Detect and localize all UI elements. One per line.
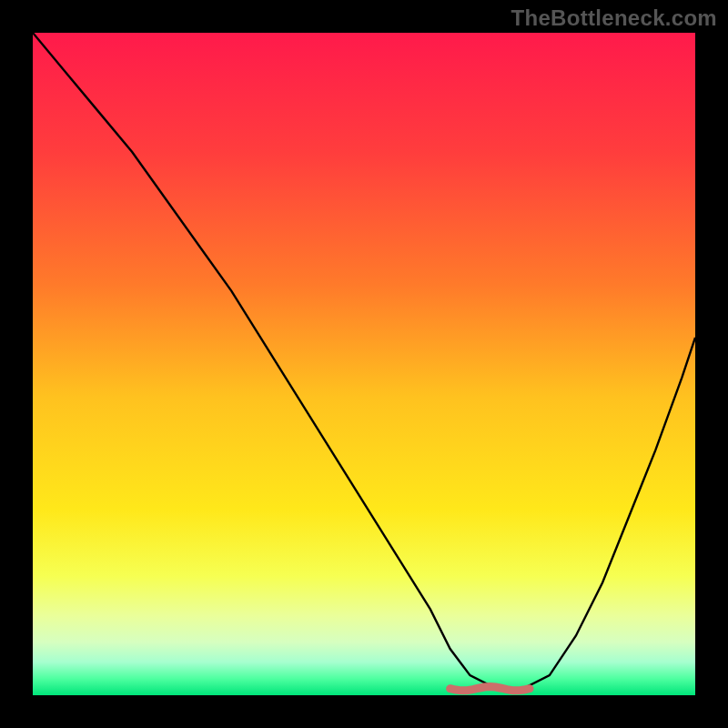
chart-frame: TheBottleneck.com: [0, 0, 728, 728]
chart-plot-area: [33, 33, 695, 695]
optimal-range-marker: [450, 687, 530, 691]
watermark-text: TheBottleneck.com: [511, 5, 717, 31]
chart-svg: [33, 33, 695, 695]
